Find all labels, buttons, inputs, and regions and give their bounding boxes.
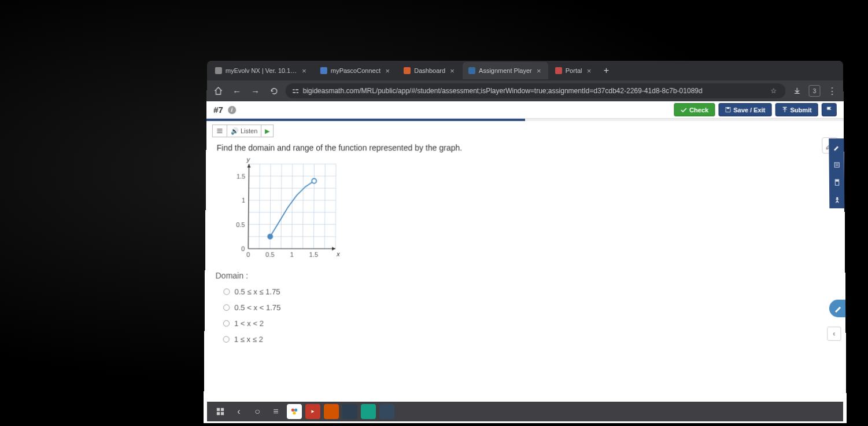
svg-point-41 [836, 197, 838, 199]
taskbar-app6-icon[interactable] [379, 404, 394, 419]
taskbar-app3-icon[interactable] [324, 404, 339, 419]
svg-line-16 [324, 164, 325, 248]
taskbar-menu-icon[interactable]: ≡ [268, 404, 283, 419]
svg-rect-3 [296, 92, 298, 93]
calculator-icon[interactable] [829, 174, 844, 191]
close-icon[interactable]: × [586, 67, 593, 74]
download-icon[interactable] [790, 84, 804, 98]
tab-portal[interactable]: Portal × [549, 62, 599, 79]
svg-rect-2 [293, 92, 296, 93]
option-3[interactable]: 1 < x < 2 [223, 319, 835, 328]
tab-myevolv[interactable]: myEvolv NX | Ver. 10.1.0575. × [209, 62, 313, 79]
pencil-tool[interactable] [829, 300, 847, 317]
svg-rect-44 [217, 412, 220, 415]
collapse-button[interactable]: ‹ [827, 326, 841, 340]
close-icon[interactable]: × [301, 67, 308, 74]
function-graph: 00.511.500.511.5 y x [231, 158, 342, 260]
taskbar-app1-icon[interactable] [287, 404, 302, 419]
svg-point-28 [268, 234, 272, 239]
submit-button[interactable]: Submit [775, 103, 818, 116]
page-content: #7 i Check Save / Exit Submit [204, 101, 847, 423]
info-icon[interactable]: i [228, 106, 236, 114]
svg-rect-43 [221, 408, 224, 411]
tab-bar: myEvolv NX | Ver. 10.1.0575. × myPascoCo… [207, 61, 844, 80]
home-button[interactable] [211, 84, 225, 98]
play-button[interactable]: ▶ [261, 125, 273, 137]
submit-label: Submit [790, 106, 811, 113]
menu-icon[interactable]: ⋮ [825, 84, 839, 98]
assessment-header: #7 i Check Save / Exit Submit [206, 101, 844, 119]
highlighter-icon[interactable] [829, 138, 844, 156]
tab-dashboard[interactable]: Dashboard × [398, 62, 461, 79]
svg-line-10 [259, 164, 260, 248]
close-icon[interactable]: × [449, 67, 456, 74]
option-text: 0.5 < x < 1.75 [234, 303, 280, 312]
nav-bar: ← → bigideasmath.com/MRL/public/app/#/st… [206, 80, 843, 101]
save-exit-button[interactable]: Save / Exit [718, 103, 771, 116]
tab-assignment-player[interactable]: Assignment Player × [463, 62, 548, 79]
close-icon[interactable]: × [535, 67, 542, 74]
svg-point-47 [294, 409, 297, 412]
tab-title: Portal [566, 67, 582, 74]
flag-button[interactable] [822, 103, 837, 116]
forward-button[interactable]: → [248, 84, 262, 98]
svg-point-29 [312, 179, 316, 183]
taskbar-app5-icon[interactable] [361, 404, 376, 419]
svg-rect-1 [296, 89, 298, 90]
svg-rect-5 [727, 107, 729, 109]
close-icon[interactable]: × [384, 67, 391, 74]
check-button[interactable]: Check [674, 103, 715, 116]
svg-line-17 [335, 164, 336, 248]
site-settings-icon[interactable] [291, 87, 300, 95]
svg-text:1.5: 1.5 [309, 251, 318, 258]
option-text: 0.5 ≤ x ≤ 1.75 [234, 287, 280, 296]
taskbar-app2-icon[interactable] [305, 404, 320, 419]
svg-rect-0 [293, 89, 294, 90]
extensions-icon[interactable]: 3 [808, 85, 820, 97]
domain-label: Domain : [215, 271, 834, 280]
new-tab-button[interactable]: + [600, 65, 614, 76]
svg-text:0: 0 [241, 245, 245, 252]
svg-text:0.5: 0.5 [265, 251, 274, 258]
svg-line-13 [292, 164, 293, 248]
option-4[interactable]: 1 ≤ x ≤ 2 [223, 335, 836, 344]
taskbar-back-icon[interactable]: ‹ [231, 404, 246, 419]
favicon-icon [320, 67, 327, 74]
option-2[interactable]: 0.5 < x < 1.75 [223, 303, 835, 312]
tab-mypasco[interactable]: myPascoConnect × [315, 62, 397, 79]
svg-rect-7 [217, 130, 222, 131]
star-icon[interactable]: ☆ [767, 85, 780, 97]
svg-text:0: 0 [246, 251, 250, 258]
favicon-icon [555, 67, 562, 74]
svg-text:0.5: 0.5 [236, 221, 245, 228]
url-text: bigideasmath.com/MRL/public/app/#/studen… [303, 87, 764, 95]
url-bar[interactable]: bigideasmath.com/MRL/public/app/#/studen… [286, 83, 786, 98]
note-icon[interactable] [829, 156, 844, 173]
start-icon[interactable] [213, 404, 228, 419]
accessibility-icon[interactable] [829, 191, 844, 208]
svg-text:1: 1 [242, 197, 245, 204]
svg-rect-40 [835, 180, 838, 181]
svg-line-14 [303, 164, 304, 248]
taskbar-app4-icon[interactable] [342, 404, 357, 419]
tab-title: Assignment Player [479, 67, 532, 74]
question-number-text: #7 [213, 105, 223, 115]
question-body: Find the domain and range of the functio… [204, 141, 847, 423]
listen-label: Listen [241, 127, 258, 134]
radio-icon [223, 336, 230, 343]
progress-bar [206, 119, 844, 121]
taskbar-circle-icon[interactable]: ○ [250, 404, 265, 419]
listen-menu-icon[interactable] [213, 125, 227, 137]
y-axis-label: y [247, 156, 250, 163]
svg-text:1.5: 1.5 [237, 172, 245, 179]
check-label: Check [689, 106, 708, 113]
listen-button[interactable]: 🔊 Listen [227, 125, 262, 137]
option-1[interactable]: 0.5 ≤ x ≤ 1.75 [223, 287, 834, 296]
back-button[interactable]: ← [230, 84, 243, 98]
svg-rect-45 [221, 412, 224, 415]
reload-button[interactable] [267, 84, 281, 98]
play-icon: ▶ [265, 127, 269, 135]
side-toolbar [829, 138, 844, 208]
tab-title: Dashboard [414, 67, 445, 74]
svg-text:1: 1 [290, 251, 294, 258]
